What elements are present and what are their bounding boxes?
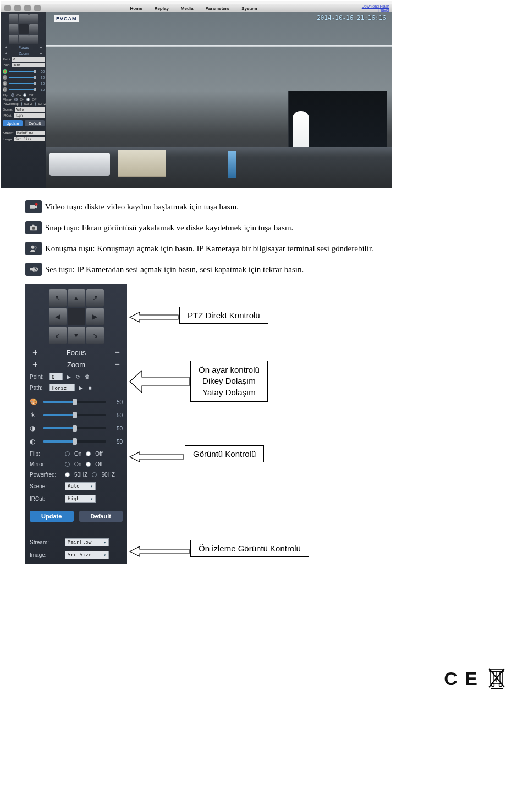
default-button[interactable]: Default bbox=[25, 120, 45, 126]
snapshot-icon bbox=[25, 221, 42, 234]
delete-icon[interactable]: 🗑 bbox=[84, 373, 91, 380]
ptz-sidebar-large: ↖▲↗ ◀▶ ↙▼↘ +Focus− +Zoom− Point: 0 ▶ ⟳ 🗑… bbox=[25, 284, 127, 564]
ptz-dpad[interactable] bbox=[9, 14, 38, 44]
svg-marker-12 bbox=[130, 452, 184, 462]
snap-button-desc: Snap tuşu: Ekran görüntüsü yakalamak ve … bbox=[45, 223, 293, 233]
hue-slider[interactable]: 🎨50 bbox=[30, 398, 123, 406]
callout-ptz: PTZ Direkt Kontrolü bbox=[179, 307, 268, 324]
nav-parameters[interactable]: Parameters bbox=[206, 6, 230, 11]
sound-button-desc: Ses tuşu: IP Kameradan sesi açmak için b… bbox=[45, 265, 304, 274]
ircut-row: IRCut:High▾ bbox=[30, 495, 123, 503]
callout-arrow bbox=[130, 310, 179, 326]
weee-bin-icon bbox=[487, 666, 506, 691]
nav-replay[interactable]: Replay bbox=[155, 6, 169, 11]
ptz-dpad[interactable]: ↖▲↗ ◀▶ ↙▼↘ bbox=[49, 289, 104, 344]
camera-logo: EVCAM bbox=[54, 15, 79, 22]
point-select[interactable]: 0 bbox=[50, 373, 63, 380]
zoom-row[interactable]: +Zoom− bbox=[30, 360, 123, 369]
svg-rect-4 bbox=[32, 225, 35, 227]
path-row: Path: Horiz ▶ ■ bbox=[30, 384, 123, 391]
video-record-icon bbox=[25, 200, 42, 213]
default-button[interactable]: Default bbox=[79, 511, 123, 522]
svg-rect-23 bbox=[491, 688, 503, 689]
talk-button-desc: Konuşma tuşu: Konuşmayı açmak için basın… bbox=[45, 244, 373, 253]
svg-rect-0 bbox=[30, 205, 35, 209]
talk-icon[interactable] bbox=[24, 5, 31, 11]
image-select[interactable]: Src Size▾ bbox=[65, 551, 109, 559]
snapshot-icon[interactable] bbox=[14, 5, 21, 11]
nav-media[interactable]: Media bbox=[181, 6, 194, 11]
nav-system[interactable]: System bbox=[241, 6, 257, 11]
update-button[interactable]: Update bbox=[30, 511, 74, 522]
point-row: Point: 0 ▶ ⟳ 🗑 bbox=[30, 373, 123, 380]
video-button-desc: Video tuşu: diskte video kaydını başlatm… bbox=[45, 202, 239, 212]
update-button[interactable]: Update bbox=[3, 120, 23, 126]
saturation-slider[interactable]: ◐50 bbox=[30, 438, 123, 445]
camera-ui-screenshot: Home Replay Media Parameters System Down… bbox=[1, 1, 392, 188]
icon-descriptions: Video tuşu: diskte video kaydını başlatm… bbox=[25, 200, 528, 276]
record-icon[interactable] bbox=[4, 5, 11, 11]
svg-point-5 bbox=[32, 227, 35, 230]
scene-row: Scene:Auto▾ bbox=[30, 482, 123, 490]
stream-row: Stream:MainFlow▾ bbox=[30, 538, 123, 546]
callout-arrow bbox=[130, 367, 190, 397]
download-flash-link[interactable]: Download Flash Player bbox=[342, 4, 392, 12]
image-row: Image:Src Size▾ bbox=[30, 551, 123, 559]
refresh-icon[interactable]: ⟳ bbox=[74, 373, 81, 380]
sound-mute-icon bbox=[25, 263, 42, 276]
nav-home[interactable]: Home bbox=[130, 6, 142, 11]
callout-preview-control: Ön izleme Görüntü Kontrolü bbox=[190, 540, 309, 557]
ce-mark: C E bbox=[444, 668, 479, 689]
top-nav-bar: Home Replay Media Parameters System Down… bbox=[1, 4, 392, 12]
svg-marker-13 bbox=[130, 546, 189, 556]
compliance-marks: C E bbox=[0, 663, 528, 691]
stream-select[interactable]: MainFlow▾ bbox=[65, 538, 109, 546]
path-select[interactable]: Horiz bbox=[50, 384, 75, 391]
talk-icon bbox=[25, 242, 42, 255]
sidebar-detail-with-callouts: ↖▲↗ ◀▶ ↙▼↘ +Focus− +Zoom− Point: 0 ▶ ⟳ 🗑… bbox=[0, 284, 528, 570]
focus-row[interactable]: +Focus− bbox=[30, 347, 123, 357]
ircut-select[interactable]: High▾ bbox=[65, 495, 96, 503]
stop-icon[interactable]: ■ bbox=[86, 384, 94, 391]
flip-row: Flip:OnOff bbox=[30, 451, 123, 457]
play-icon[interactable]: ▶ bbox=[77, 384, 84, 391]
video-timestamp: 2014-10-16 21:16:16 bbox=[317, 14, 386, 21]
svg-marker-7 bbox=[30, 267, 35, 273]
scene-select[interactable]: Auto▾ bbox=[65, 482, 96, 490]
svg-point-6 bbox=[31, 246, 35, 249]
nav-tabs: Home Replay Media Parameters System bbox=[45, 6, 342, 11]
powerfreq-row: Powerfreq:50HZ60HZ bbox=[30, 472, 123, 478]
sound-icon[interactable] bbox=[34, 5, 41, 11]
callout-arrow bbox=[130, 544, 190, 560]
svg-marker-11 bbox=[130, 371, 189, 393]
svg-point-2 bbox=[35, 203, 38, 206]
live-video-view[interactable]: EVCAM 2014-10-16 21:16:16 bbox=[46, 12, 392, 188]
contrast-slider[interactable]: ◑50 bbox=[30, 424, 123, 432]
svg-line-9 bbox=[35, 268, 37, 271]
callout-image-control: Görüntü Kontrolü bbox=[185, 445, 264, 462]
ptz-sidebar: +Focus− +Zoom− Point:0 Path:Horiz 50 ☀50… bbox=[1, 12, 46, 188]
callout-arrow bbox=[130, 450, 185, 466]
brightness-slider[interactable]: ☀50 bbox=[30, 411, 123, 419]
svg-marker-10 bbox=[130, 312, 178, 322]
goto-icon[interactable]: ▶ bbox=[65, 373, 72, 380]
callout-preset: Ön ayar kontrolü Dikey Dolaşım Yatay Dol… bbox=[190, 361, 268, 402]
mirror-row: Mirror:OnOff bbox=[30, 461, 123, 467]
toolbar-icons bbox=[1, 4, 45, 12]
